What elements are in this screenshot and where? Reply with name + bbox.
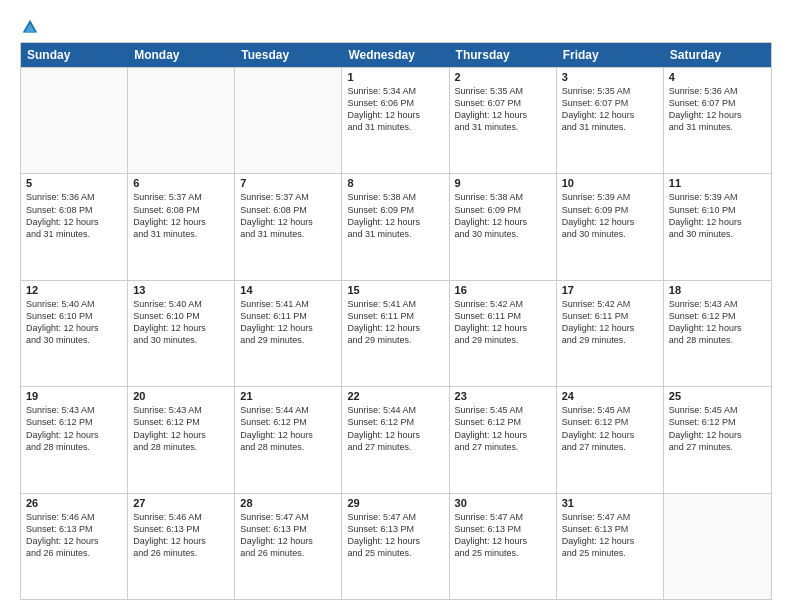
- day-number: 4: [669, 71, 766, 83]
- cell-text: Sunrise: 5:43 AM Sunset: 6:12 PM Dayligh…: [26, 404, 122, 453]
- day-number: 26: [26, 497, 122, 509]
- calendar-cell: [664, 494, 771, 599]
- page: SundayMondayTuesdayWednesdayThursdayFrid…: [0, 0, 792, 612]
- calendar-cell: 14Sunrise: 5:41 AM Sunset: 6:11 PM Dayli…: [235, 281, 342, 386]
- calendar-row: 1Sunrise: 5:34 AM Sunset: 6:06 PM Daylig…: [21, 67, 771, 173]
- cell-text: Sunrise: 5:47 AM Sunset: 6:13 PM Dayligh…: [240, 511, 336, 560]
- day-number: 15: [347, 284, 443, 296]
- calendar-cell: 8Sunrise: 5:38 AM Sunset: 6:09 PM Daylig…: [342, 174, 449, 279]
- calendar-body: 1Sunrise: 5:34 AM Sunset: 6:06 PM Daylig…: [21, 67, 771, 599]
- weekday-header: Friday: [557, 43, 664, 67]
- calendar-cell: 7Sunrise: 5:37 AM Sunset: 6:08 PM Daylig…: [235, 174, 342, 279]
- day-number: 2: [455, 71, 551, 83]
- calendar-cell: 21Sunrise: 5:44 AM Sunset: 6:12 PM Dayli…: [235, 387, 342, 492]
- day-number: 7: [240, 177, 336, 189]
- calendar-cell: 12Sunrise: 5:40 AM Sunset: 6:10 PM Dayli…: [21, 281, 128, 386]
- day-number: 25: [669, 390, 766, 402]
- calendar-cell: 20Sunrise: 5:43 AM Sunset: 6:12 PM Dayli…: [128, 387, 235, 492]
- calendar-cell: 23Sunrise: 5:45 AM Sunset: 6:12 PM Dayli…: [450, 387, 557, 492]
- cell-text: Sunrise: 5:41 AM Sunset: 6:11 PM Dayligh…: [347, 298, 443, 347]
- day-number: 1: [347, 71, 443, 83]
- day-number: 11: [669, 177, 766, 189]
- calendar-row: 26Sunrise: 5:46 AM Sunset: 6:13 PM Dayli…: [21, 493, 771, 599]
- logo: [20, 18, 40, 32]
- calendar-cell: 28Sunrise: 5:47 AM Sunset: 6:13 PM Dayli…: [235, 494, 342, 599]
- day-number: 13: [133, 284, 229, 296]
- cell-text: Sunrise: 5:37 AM Sunset: 6:08 PM Dayligh…: [133, 191, 229, 240]
- cell-text: Sunrise: 5:45 AM Sunset: 6:12 PM Dayligh…: [455, 404, 551, 453]
- cell-text: Sunrise: 5:44 AM Sunset: 6:12 PM Dayligh…: [240, 404, 336, 453]
- logo-icon: [21, 18, 39, 36]
- calendar-cell: 4Sunrise: 5:36 AM Sunset: 6:07 PM Daylig…: [664, 68, 771, 173]
- calendar-cell: 16Sunrise: 5:42 AM Sunset: 6:11 PM Dayli…: [450, 281, 557, 386]
- day-number: 30: [455, 497, 551, 509]
- day-number: 18: [669, 284, 766, 296]
- cell-text: Sunrise: 5:38 AM Sunset: 6:09 PM Dayligh…: [455, 191, 551, 240]
- cell-text: Sunrise: 5:35 AM Sunset: 6:07 PM Dayligh…: [562, 85, 658, 134]
- calendar-cell: 3Sunrise: 5:35 AM Sunset: 6:07 PM Daylig…: [557, 68, 664, 173]
- cell-text: Sunrise: 5:34 AM Sunset: 6:06 PM Dayligh…: [347, 85, 443, 134]
- calendar-cell: 30Sunrise: 5:47 AM Sunset: 6:13 PM Dayli…: [450, 494, 557, 599]
- day-number: 5: [26, 177, 122, 189]
- day-number: 10: [562, 177, 658, 189]
- calendar-cell: 27Sunrise: 5:46 AM Sunset: 6:13 PM Dayli…: [128, 494, 235, 599]
- calendar: SundayMondayTuesdayWednesdayThursdayFrid…: [20, 42, 772, 600]
- day-number: 17: [562, 284, 658, 296]
- weekday-header: Sunday: [21, 43, 128, 67]
- cell-text: Sunrise: 5:43 AM Sunset: 6:12 PM Dayligh…: [669, 298, 766, 347]
- cell-text: Sunrise: 5:47 AM Sunset: 6:13 PM Dayligh…: [455, 511, 551, 560]
- cell-text: Sunrise: 5:44 AM Sunset: 6:12 PM Dayligh…: [347, 404, 443, 453]
- day-number: 28: [240, 497, 336, 509]
- day-number: 19: [26, 390, 122, 402]
- calendar-row: 12Sunrise: 5:40 AM Sunset: 6:10 PM Dayli…: [21, 280, 771, 386]
- weekday-header: Thursday: [450, 43, 557, 67]
- calendar-cell: 5Sunrise: 5:36 AM Sunset: 6:08 PM Daylig…: [21, 174, 128, 279]
- calendar-row: 5Sunrise: 5:36 AM Sunset: 6:08 PM Daylig…: [21, 173, 771, 279]
- weekday-header: Monday: [128, 43, 235, 67]
- day-number: 12: [26, 284, 122, 296]
- calendar-cell: 24Sunrise: 5:45 AM Sunset: 6:12 PM Dayli…: [557, 387, 664, 492]
- calendar-cell: [235, 68, 342, 173]
- day-number: 27: [133, 497, 229, 509]
- cell-text: Sunrise: 5:40 AM Sunset: 6:10 PM Dayligh…: [133, 298, 229, 347]
- calendar-cell: 17Sunrise: 5:42 AM Sunset: 6:11 PM Dayli…: [557, 281, 664, 386]
- calendar-cell: 26Sunrise: 5:46 AM Sunset: 6:13 PM Dayli…: [21, 494, 128, 599]
- day-number: 16: [455, 284, 551, 296]
- header: [20, 18, 772, 32]
- cell-text: Sunrise: 5:45 AM Sunset: 6:12 PM Dayligh…: [562, 404, 658, 453]
- day-number: 21: [240, 390, 336, 402]
- cell-text: Sunrise: 5:46 AM Sunset: 6:13 PM Dayligh…: [26, 511, 122, 560]
- calendar-cell: 22Sunrise: 5:44 AM Sunset: 6:12 PM Dayli…: [342, 387, 449, 492]
- calendar-cell: [21, 68, 128, 173]
- calendar-cell: 10Sunrise: 5:39 AM Sunset: 6:09 PM Dayli…: [557, 174, 664, 279]
- calendar-cell: 18Sunrise: 5:43 AM Sunset: 6:12 PM Dayli…: [664, 281, 771, 386]
- calendar-cell: 19Sunrise: 5:43 AM Sunset: 6:12 PM Dayli…: [21, 387, 128, 492]
- day-number: 20: [133, 390, 229, 402]
- cell-text: Sunrise: 5:42 AM Sunset: 6:11 PM Dayligh…: [455, 298, 551, 347]
- day-number: 31: [562, 497, 658, 509]
- calendar-row: 19Sunrise: 5:43 AM Sunset: 6:12 PM Dayli…: [21, 386, 771, 492]
- day-number: 29: [347, 497, 443, 509]
- day-number: 23: [455, 390, 551, 402]
- calendar-cell: 1Sunrise: 5:34 AM Sunset: 6:06 PM Daylig…: [342, 68, 449, 173]
- calendar-cell: 25Sunrise: 5:45 AM Sunset: 6:12 PM Dayli…: [664, 387, 771, 492]
- calendar-cell: 15Sunrise: 5:41 AM Sunset: 6:11 PM Dayli…: [342, 281, 449, 386]
- weekday-header: Saturday: [664, 43, 771, 67]
- cell-text: Sunrise: 5:47 AM Sunset: 6:13 PM Dayligh…: [347, 511, 443, 560]
- weekday-header: Wednesday: [342, 43, 449, 67]
- day-number: 6: [133, 177, 229, 189]
- cell-text: Sunrise: 5:38 AM Sunset: 6:09 PM Dayligh…: [347, 191, 443, 240]
- cell-text: Sunrise: 5:43 AM Sunset: 6:12 PM Dayligh…: [133, 404, 229, 453]
- day-number: 9: [455, 177, 551, 189]
- cell-text: Sunrise: 5:41 AM Sunset: 6:11 PM Dayligh…: [240, 298, 336, 347]
- calendar-cell: 31Sunrise: 5:47 AM Sunset: 6:13 PM Dayli…: [557, 494, 664, 599]
- day-number: 22: [347, 390, 443, 402]
- day-number: 14: [240, 284, 336, 296]
- cell-text: Sunrise: 5:36 AM Sunset: 6:08 PM Dayligh…: [26, 191, 122, 240]
- cell-text: Sunrise: 5:40 AM Sunset: 6:10 PM Dayligh…: [26, 298, 122, 347]
- cell-text: Sunrise: 5:45 AM Sunset: 6:12 PM Dayligh…: [669, 404, 766, 453]
- logo-text: [20, 18, 40, 36]
- cell-text: Sunrise: 5:35 AM Sunset: 6:07 PM Dayligh…: [455, 85, 551, 134]
- weekday-header: Tuesday: [235, 43, 342, 67]
- cell-text: Sunrise: 5:39 AM Sunset: 6:09 PM Dayligh…: [562, 191, 658, 240]
